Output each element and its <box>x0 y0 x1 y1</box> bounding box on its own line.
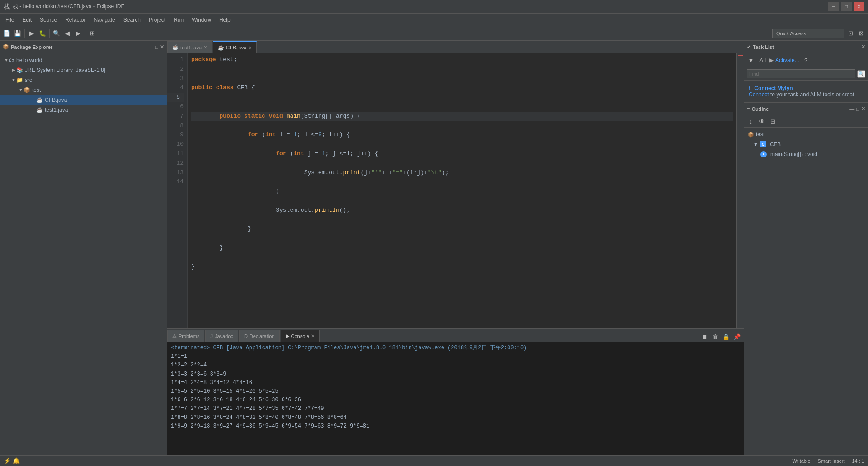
tab-console[interactable]: ▶ Console ✕ <box>281 330 320 342</box>
menu-edit[interactable]: Edit <box>19 14 35 25</box>
tab-declaration[interactable]: D Declaration <box>239 330 280 342</box>
tab-close-console[interactable]: ✕ <box>311 333 315 338</box>
menu-run[interactable]: Run <box>170 14 187 25</box>
expand-arrow-jre[interactable]: ▶ <box>11 68 16 72</box>
menu-navigate[interactable]: Navigate <box>90 14 118 25</box>
outline-item-test[interactable]: 📦 test <box>748 129 864 139</box>
console-icon: ▶ <box>286 333 289 339</box>
outline-tree: 📦 test ▼ C CFB ● main(String[]) : void <box>744 128 868 455</box>
forward-button[interactable]: ▶ <box>73 29 83 38</box>
left-panel: 📦 Package Explorer — □ ✕ ▼ 🗂 hello world… <box>0 41 167 455</box>
outline-item-main[interactable]: ● main(String[]) : void <box>748 149 864 159</box>
outline-expand-cfb[interactable]: ▼ <box>753 142 758 147</box>
search-button[interactable]: 🔍 <box>52 29 61 38</box>
perspective-button[interactable]: ⊞ <box>87 29 97 38</box>
new-button[interactable]: 📄 <box>2 29 12 38</box>
tab-test1[interactable]: ☕ test1.java ✕ <box>167 41 212 53</box>
toolbar: 📄 💾 ▶ 🐛 🔍 ◀ ▶ ⊞ Quick Access ⊡ ⊠ <box>0 26 868 41</box>
class-icon: C <box>760 141 766 147</box>
method-icon: ● <box>760 151 767 157</box>
code-content[interactable]: package test; public class CFB { public … <box>188 53 736 328</box>
outline-label-cfb: CFB <box>770 141 781 147</box>
outline-collapse-btn[interactable]: ⊟ <box>768 116 778 126</box>
expand-arrow-src[interactable]: ▼ <box>11 78 16 82</box>
find-input[interactable] <box>747 69 855 78</box>
connect-mylyn-section: ℹ Connect Mylyn Connect to your task and… <box>744 81 868 103</box>
expand-arrow-test[interactable]: ▼ <box>18 88 24 92</box>
toolbar-separator-2 <box>49 29 50 38</box>
status-warning-icon[interactable]: ⚡ <box>4 457 11 464</box>
run-button[interactable]: ▶ <box>27 29 37 38</box>
console-line-1: 1*1=1 <box>171 352 740 361</box>
maximize-button[interactable]: □ <box>841 2 852 11</box>
outline-maximize-icon[interactable]: □ <box>856 106 859 112</box>
menu-refactor[interactable]: Refactor <box>61 14 89 25</box>
status-task-icon[interactable]: 🔔 <box>13 457 20 464</box>
outline-hide-btn[interactable]: 👁 <box>757 116 767 126</box>
task-activate-label: Activate... <box>775 57 799 63</box>
outline-sort-btn[interactable]: ↕ <box>746 116 756 126</box>
outline-label-test: test <box>756 131 764 138</box>
tab-close-test1[interactable]: ✕ <box>203 45 207 50</box>
console-content: <terminated> CFB [Java Application] C:\P… <box>167 342 744 455</box>
menu-help[interactable]: Help <box>216 14 234 25</box>
info-icon: ℹ <box>749 85 751 91</box>
task-all-btn[interactable]: All <box>758 55 768 65</box>
open-perspective-button[interactable]: ⊡ <box>845 29 855 38</box>
package-explorer-title: Package Explorer <box>11 44 146 50</box>
task-filter-btn[interactable]: ▼ <box>746 55 756 65</box>
outline-minimize-icon[interactable]: — <box>849 106 854 112</box>
code-area[interactable]: 1 2 3 4 5 6 7 8 9 10 11 12 13 14 package… <box>167 53 744 328</box>
tree-item-test[interactable]: ▼ 📦 test <box>0 85 167 95</box>
package-explorer-header: 📦 Package Explorer — □ ✕ <box>0 41 167 53</box>
outline-item-cfb[interactable]: ▼ C CFB <box>748 139 864 149</box>
console-clear-btn[interactable]: 🗑 <box>710 332 720 342</box>
menu-search[interactable]: Search <box>120 14 144 25</box>
tab-close-cfb[interactable]: ✕ <box>248 45 252 50</box>
save-button[interactable]: 💾 <box>13 29 23 38</box>
task-list-close-icon[interactable]: ✕ <box>861 44 865 50</box>
close-button[interactable]: ✕ <box>854 2 864 11</box>
outline-pkg-icon: 📦 <box>748 132 754 138</box>
close-panel-icon[interactable]: ✕ <box>160 44 164 50</box>
minimize-button[interactable]: ─ <box>828 2 839 11</box>
tree-item-jre[interactable]: ▶ 📚 JRE System Library [JavaSE-1.8] <box>0 65 167 75</box>
outline-header: ≡ Outline — □ ✕ <box>744 103 868 115</box>
main-layout: 📦 Package Explorer — □ ✕ ▼ 🗂 hello world… <box>0 41 868 455</box>
tab-javadoc[interactable]: J Javadoc <box>205 330 238 342</box>
tree-item-hello-world[interactable]: ▼ 🗂 hello world <box>0 55 167 65</box>
toolbar-separator-3 <box>85 29 85 38</box>
back-button[interactable]: ◀ <box>62 29 72 38</box>
task-list-header: ✔ Task List ✕ <box>744 41 868 53</box>
tab-icon-cfb: ☕ <box>218 45 224 51</box>
find-search-icon[interactable]: 🔍 <box>857 70 865 78</box>
toolbar-separator-1 <box>24 29 25 38</box>
expand-arrow-hello-world[interactable]: ▼ <box>4 58 9 62</box>
maximize-panel-icon[interactable]: □ <box>155 44 158 50</box>
console-scroll-lock-btn[interactable]: 🔒 <box>721 332 731 342</box>
tab-problems[interactable]: ⚠ Problems <box>167 330 204 342</box>
menu-source[interactable]: Source <box>36 14 61 25</box>
console-stop-btn[interactable]: ⏹ <box>699 332 709 342</box>
editor-tabs: ☕ test1.java ✕ ☕ CFB.java ✕ <box>167 41 744 53</box>
tree-item-test1-java[interactable]: ▶ ☕ test1.java <box>0 105 167 115</box>
close-perspective-button[interactable]: ⊠ <box>856 29 866 38</box>
outline-close-icon[interactable]: ✕ <box>861 106 865 112</box>
status-position: 14 : 1 <box>852 458 864 464</box>
task-arrow-icon: ▶ <box>769 57 774 63</box>
tree-item-src[interactable]: ▼ 📁 src <box>0 75 167 85</box>
menu-window[interactable]: Window <box>188 14 215 25</box>
menu-project[interactable]: Project <box>145 14 169 25</box>
minimize-panel-icon[interactable]: — <box>148 44 153 50</box>
menu-file[interactable]: File <box>2 14 18 25</box>
console-pin-btn[interactable]: 📌 <box>732 332 742 342</box>
tab-cfb[interactable]: ☕ CFB.java ✕ <box>213 41 257 53</box>
connect-link[interactable]: Connect <box>749 91 769 98</box>
tab-label-declaration: Declaration <box>250 333 275 339</box>
quick-access-box[interactable]: Quick Access <box>772 29 844 38</box>
tree-item-cfb-java[interactable]: ▶ ☕ CFB.java <box>0 95 167 105</box>
task-help-btn[interactable]: ? <box>801 55 811 65</box>
tree-label-test1: test1.java <box>45 107 68 113</box>
connect-mylyn-title[interactable]: Connect Mylyn <box>754 85 793 91</box>
debug-button[interactable]: 🐛 <box>38 29 47 38</box>
